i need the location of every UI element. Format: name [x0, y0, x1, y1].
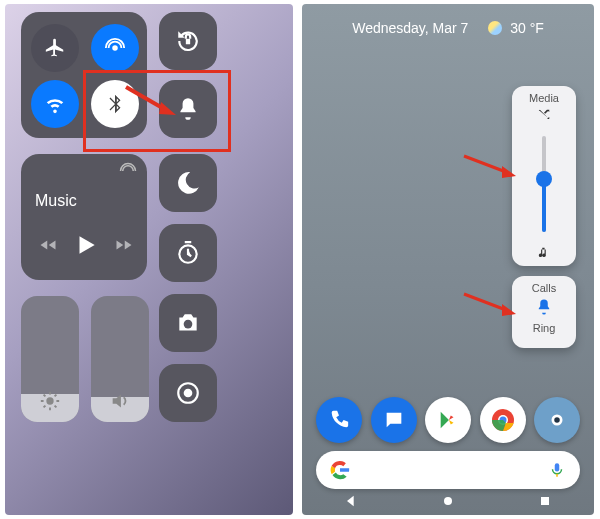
calls-panel[interactable]: Calls Ring	[512, 276, 576, 348]
system-navigation-bar	[302, 493, 594, 509]
airplane-mode-toggle[interactable]	[31, 24, 79, 72]
android-home-screen: Wednesday, Mar 7 30 °F Media Calls Ring	[302, 4, 594, 515]
recent-icon[interactable]	[537, 493, 553, 509]
calls-panel-label: Ring	[512, 320, 576, 340]
status-date: Wednesday, Mar 7	[352, 20, 468, 36]
svg-line-13	[44, 395, 46, 397]
svg-line-19	[464, 294, 506, 310]
annotation-arrow	[121, 82, 181, 122]
chrome-icon	[491, 408, 515, 432]
airdrop-toggle[interactable]	[91, 24, 139, 72]
calls-panel-title: Calls	[512, 276, 576, 294]
play-icon[interactable]	[73, 232, 99, 258]
camera-app[interactable]	[534, 397, 580, 443]
svg-marker-18	[502, 166, 516, 178]
svg-point-5	[184, 320, 193, 329]
moon-icon	[175, 170, 201, 196]
mic-icon[interactable]	[548, 461, 566, 479]
music-tile[interactable]: Music	[21, 154, 147, 280]
timer-button[interactable]	[159, 224, 217, 282]
ios-control-center: Music	[5, 4, 293, 515]
svg-rect-1	[186, 39, 190, 44]
google-logo	[330, 460, 350, 480]
camera-button[interactable]	[159, 294, 217, 352]
brightness-slider[interactable]	[21, 296, 79, 422]
weather-icon	[488, 21, 502, 35]
do-not-disturb-toggle[interactable]	[159, 154, 217, 212]
rotation-lock-icon	[175, 28, 201, 54]
phone-icon	[328, 409, 350, 431]
airplay-icon	[119, 162, 137, 180]
bell-icon[interactable]	[535, 298, 553, 316]
orientation-lock-toggle[interactable]	[159, 12, 217, 70]
home-icon[interactable]	[440, 493, 456, 509]
svg-point-7	[184, 389, 193, 398]
rewind-icon[interactable]	[37, 236, 59, 254]
screen-record-button[interactable]	[159, 364, 217, 422]
svg-point-28	[444, 497, 452, 505]
brightness-icon	[39, 390, 61, 412]
svg-point-0	[112, 45, 118, 51]
status-temp: 30 °F	[510, 20, 544, 36]
camera-icon	[546, 409, 568, 431]
status-bar: Wednesday, Mar 7 30 °F	[302, 20, 594, 36]
back-icon[interactable]	[343, 493, 359, 509]
note-icon	[537, 246, 551, 260]
play-store-icon	[437, 409, 459, 431]
annotation-arrow-media	[462, 152, 520, 182]
svg-line-2	[126, 87, 166, 110]
messages-icon	[383, 409, 405, 431]
shuffle-icon[interactable]	[537, 108, 551, 122]
record-icon	[175, 380, 201, 406]
music-label: Music	[35, 192, 77, 210]
volume-slider[interactable]	[91, 296, 149, 422]
media-panel-title: Media	[512, 86, 576, 104]
chrome-app[interactable]	[480, 397, 526, 443]
google-search-bar[interactable]	[316, 451, 580, 489]
wifi-toggle[interactable]	[31, 80, 79, 128]
media-volume-panel[interactable]: Media	[512, 86, 576, 266]
svg-line-17	[464, 156, 506, 172]
app-dock	[316, 397, 580, 443]
svg-marker-3	[159, 102, 176, 115]
play-store-app[interactable]	[425, 397, 471, 443]
phone-app[interactable]	[316, 397, 362, 443]
camera-icon	[175, 310, 201, 336]
svg-line-16	[55, 395, 57, 397]
svg-line-15	[44, 406, 46, 408]
forward-icon[interactable]	[113, 236, 135, 254]
svg-point-25	[554, 417, 560, 423]
airplane-icon	[44, 37, 66, 59]
svg-point-8	[46, 397, 53, 404]
svg-marker-20	[502, 304, 516, 316]
svg-rect-29	[541, 497, 549, 505]
airdrop-icon	[104, 37, 126, 59]
messages-app[interactable]	[371, 397, 417, 443]
svg-rect-26	[555, 463, 560, 471]
wifi-icon	[44, 93, 66, 115]
annotation-arrow-calls	[462, 290, 520, 320]
speaker-icon	[109, 390, 131, 412]
svg-line-14	[55, 406, 57, 408]
timer-icon	[175, 240, 201, 266]
